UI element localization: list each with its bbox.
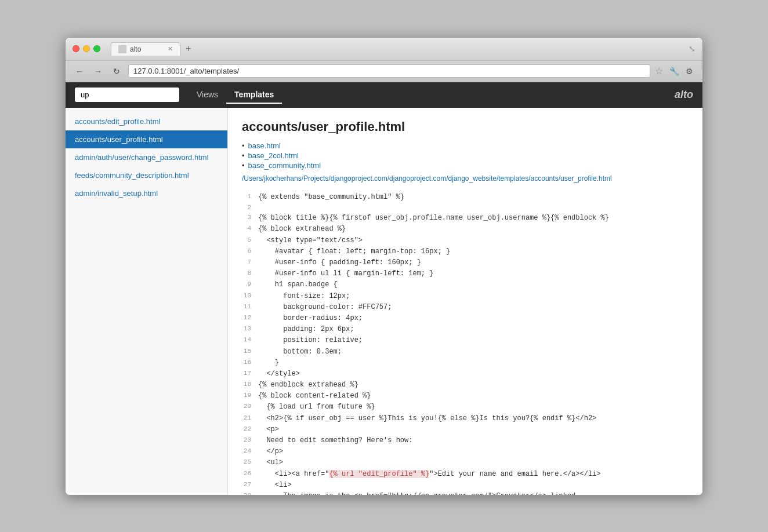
nav-views[interactable]: Views	[189, 86, 226, 104]
line-content: background-color: #FFC757;	[258, 302, 689, 313]
close-button[interactable]	[73, 45, 79, 52]
app-title: alto	[675, 89, 693, 101]
code-line: 11 background-color: #FFC757;	[242, 302, 689, 313]
code-line: 5 <style type="text/css">	[242, 235, 689, 246]
line-content: <li>	[258, 480, 689, 491]
line-content: Need to edit something? Here's how:	[258, 435, 689, 446]
line-content: <style type="text/css">	[258, 235, 689, 246]
line-content: The image is the <a href="http://en.grav…	[258, 491, 689, 495]
line-number: 10	[242, 291, 258, 302]
toolbar-nav: Views Templates	[189, 86, 282, 104]
line-content: h1 span.badge {	[258, 279, 689, 290]
app-toolbar: Views Templates alto	[66, 82, 702, 108]
bookmark-star-icon[interactable]: ☆	[655, 65, 663, 76]
line-number: 6	[242, 246, 258, 257]
tab-title: alto	[130, 45, 141, 53]
code-line: 1{% extends "base_community.html" %}	[242, 192, 689, 203]
line-content: <li><a href="{% url "edit_profile" %}">E…	[258, 469, 689, 480]
line-number: 4	[242, 224, 258, 235]
line-content: {% block content-related %}	[258, 391, 689, 402]
line-number: 13	[242, 324, 258, 335]
line-number: 21	[242, 413, 258, 424]
line-content: {% block extrahead %}	[258, 224, 689, 235]
window-resize-icon: ⤡	[689, 44, 695, 53]
line-number: 14	[242, 335, 258, 346]
line-number: 16	[242, 358, 258, 369]
code-line: 25 <ul>	[242, 457, 689, 468]
sidebar: accounts/edit_profile.htmlaccounts/user_…	[66, 108, 228, 495]
tab-favicon	[118, 45, 126, 53]
code-line: 16 }	[242, 358, 689, 369]
line-content: bottom: 0.3em;	[258, 347, 689, 358]
back-button[interactable]: ←	[73, 64, 86, 78]
line-content: }	[258, 358, 689, 369]
file-path: /Users/jkocherhans/Projects/djangoprojec…	[242, 174, 689, 183]
tab-close-icon[interactable]: ✕	[168, 45, 173, 53]
code-line: 18{% endblock extrahead %}	[242, 380, 689, 391]
line-number: 11	[242, 302, 258, 313]
refresh-button[interactable]: ↻	[110, 64, 124, 78]
forward-button[interactable]: →	[91, 64, 105, 78]
settings-icon[interactable]: ⚙	[683, 65, 695, 78]
file-title: accounts/user_profile.html	[242, 119, 689, 134]
nav-templates[interactable]: Templates	[226, 86, 282, 104]
line-number: 17	[242, 369, 258, 380]
line-content: </style>	[258, 369, 689, 380]
line-content: font-size: 12px;	[258, 291, 689, 302]
tab-bar: alto ✕ +	[111, 42, 194, 56]
line-content: {% block title %}{% firstof user_obj.pro…	[258, 213, 689, 224]
line-content	[258, 203, 689, 213]
code-line: 7 #user-info { padding-left: 160px; }	[242, 257, 689, 268]
code-line: 2	[242, 203, 689, 213]
line-number: 28	[242, 491, 258, 495]
line-number: 8	[242, 268, 258, 279]
main-content: accounts/edit_profile.htmlaccounts/user_…	[66, 108, 702, 495]
maximize-button[interactable]	[93, 45, 100, 52]
sidebar-item[interactable]: feeds/community_description.html	[66, 166, 227, 184]
line-number: 15	[242, 347, 258, 358]
line-number: 22	[242, 424, 258, 435]
code-line: 8 #user-info ul li { margin-left: 1em; }	[242, 268, 689, 279]
line-content: border-radius: 4px;	[258, 313, 689, 324]
line-content: #user-info ul li { margin-left: 1em; }	[258, 268, 689, 279]
title-bar: alto ✕ + ⤡	[66, 38, 702, 61]
code-line: 23 Need to edit something? Here's how:	[242, 435, 689, 446]
line-number: 18	[242, 380, 258, 391]
line-content: padding: 2px 6px;	[258, 324, 689, 335]
line-content: {% extends "base_community.html" %}	[258, 192, 689, 203]
address-input[interactable]	[128, 64, 650, 78]
extends-list: base.htmlbase_2col.htmlbase_community.ht…	[242, 141, 689, 170]
code-block: 1{% extends "base_community.html" %}23{%…	[242, 192, 689, 495]
sidebar-item[interactable]: admin/invalid_setup.html	[66, 184, 227, 202]
line-number: 23	[242, 435, 258, 446]
code-line: 3{% block title %}{% firstof user_obj.pr…	[242, 213, 689, 224]
browser-tab[interactable]: alto ✕	[111, 42, 180, 56]
code-line: 9 h1 span.badge {	[242, 279, 689, 290]
code-line: 6 #avatar { float: left; margin-top: 16p…	[242, 246, 689, 257]
minimize-button[interactable]	[83, 45, 90, 52]
new-tab-button[interactable]: +	[183, 43, 194, 54]
code-line: 27 <li>	[242, 480, 689, 491]
extends-item[interactable]: base_community.html	[242, 161, 689, 170]
extends-item[interactable]: base_2col.html	[242, 151, 689, 160]
extends-item[interactable]: base.html	[242, 141, 689, 150]
sidebar-item[interactable]: admin/auth/user/change_password.html	[66, 148, 227, 166]
code-line: 26 <li><a href="{% url "edit_profile" %}…	[242, 469, 689, 480]
line-number: 24	[242, 446, 258, 457]
line-number: 26	[242, 469, 258, 480]
code-line: 14 position: relative;	[242, 335, 689, 346]
search-input[interactable]	[75, 88, 179, 102]
address-bar: ← → ↻ ☆ 🔧 ⚙	[66, 61, 702, 82]
code-line: 21 <h2>{% if user_obj == user %}This is …	[242, 413, 689, 424]
sidebar-item[interactable]: accounts/user_profile.html	[66, 130, 227, 148]
line-content: {% load url from future %}	[258, 402, 689, 413]
code-line: 13 padding: 2px 6px;	[242, 324, 689, 335]
sidebar-item[interactable]: accounts/edit_profile.html	[66, 112, 227, 130]
wrench-icon[interactable]: 🔧	[668, 65, 680, 78]
line-number: 27	[242, 480, 258, 491]
code-line: 24 </p>	[242, 446, 689, 457]
code-line: 28 The image is the <a href="http://en.g…	[242, 491, 689, 495]
code-line: 22 <p>	[242, 424, 689, 435]
line-content: <h2>{% if user_obj == user %}This is you…	[258, 413, 689, 424]
line-number: 5	[242, 235, 258, 246]
